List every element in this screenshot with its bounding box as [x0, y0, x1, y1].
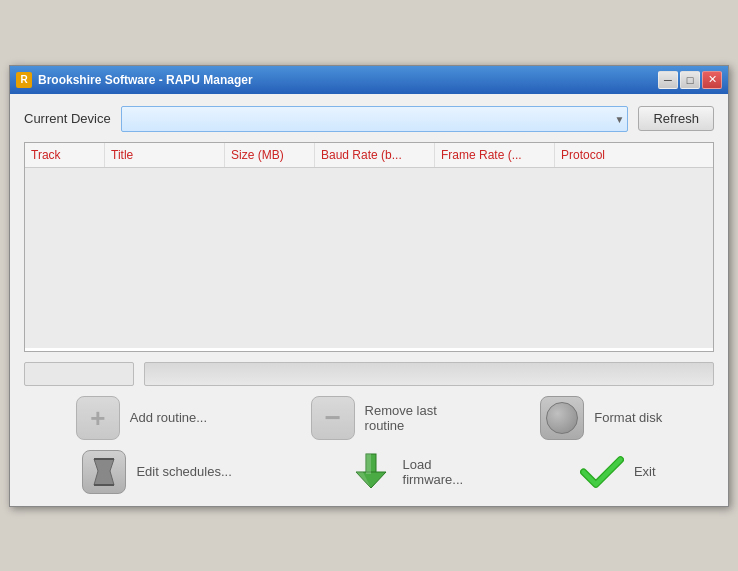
minus-icon: − — [324, 404, 340, 432]
col-title: Title — [105, 143, 225, 167]
format-disk-button[interactable]: Format disk — [540, 396, 662, 440]
maximize-button[interactable]: □ — [680, 71, 700, 89]
progress-label — [24, 362, 134, 386]
title-bar-left: R Brookshire Software - RAPU Manager — [16, 72, 253, 88]
window-body: Current Device ▼ Refresh Track Title Siz… — [10, 94, 728, 506]
device-label: Current Device — [24, 111, 111, 126]
window-title: Brookshire Software - RAPU Manager — [38, 73, 253, 87]
minimize-button[interactable]: ─ — [658, 71, 678, 89]
remove-last-icon: − — [311, 396, 355, 440]
window-controls: ─ □ ✕ — [658, 71, 722, 89]
add-routine-icon: + — [76, 396, 120, 440]
load-firmware-icon — [349, 450, 393, 494]
main-window: R Brookshire Software - RAPU Manager ─ □… — [9, 65, 729, 507]
exit-button[interactable]: Exit — [580, 450, 656, 494]
remove-last-routine-button[interactable]: − Remove last routine — [311, 396, 437, 440]
add-routine-label: Add routine... — [130, 410, 207, 425]
col-track: Track — [25, 143, 105, 167]
device-select-wrapper: ▼ — [121, 106, 629, 132]
disk-circle-icon — [546, 402, 578, 434]
svg-rect-5 — [366, 454, 371, 474]
exit-icon — [580, 450, 624, 494]
button-row-2: Edit schedules... Load firmware... — [24, 450, 714, 494]
load-firmware-button[interactable]: Load firmware... — [349, 450, 464, 494]
col-size: Size (MB) — [225, 143, 315, 167]
device-row: Current Device ▼ Refresh — [24, 106, 714, 132]
edit-schedules-icon — [82, 450, 126, 494]
col-protocol: Protocol — [555, 143, 645, 167]
refresh-button[interactable]: Refresh — [638, 106, 714, 131]
device-select[interactable] — [121, 106, 629, 132]
format-disk-icon-wrapper — [540, 396, 584, 440]
edit-schedules-button[interactable]: Edit schedules... — [82, 450, 231, 494]
table-body — [25, 168, 713, 348]
exit-label: Exit — [634, 464, 656, 479]
button-row-1: + Add routine... − Remove last routine F… — [24, 396, 714, 440]
progress-row — [24, 362, 714, 386]
plus-icon: + — [90, 405, 105, 431]
title-bar: R Brookshire Software - RAPU Manager ─ □… — [10, 66, 728, 94]
add-routine-button[interactable]: + Add routine... — [76, 396, 207, 440]
download-svg — [349, 450, 393, 494]
progress-bar-container — [144, 362, 714, 386]
tracks-table: Track Title Size (MB) Baud Rate (b... Fr… — [24, 142, 714, 352]
checkmark-svg — [580, 450, 624, 494]
load-firmware-label: Load firmware... — [403, 457, 464, 487]
hourglass-svg — [92, 457, 116, 487]
remove-last-label: Remove last routine — [365, 403, 437, 433]
col-frame-rate: Frame Rate (... — [435, 143, 555, 167]
format-disk-label: Format disk — [594, 410, 662, 425]
close-button[interactable]: ✕ — [702, 71, 722, 89]
col-baud-rate: Baud Rate (b... — [315, 143, 435, 167]
svg-marker-0 — [94, 459, 114, 485]
table-header: Track Title Size (MB) Baud Rate (b... Fr… — [25, 143, 713, 168]
edit-schedules-label: Edit schedules... — [136, 464, 231, 479]
app-icon: R — [16, 72, 32, 88]
